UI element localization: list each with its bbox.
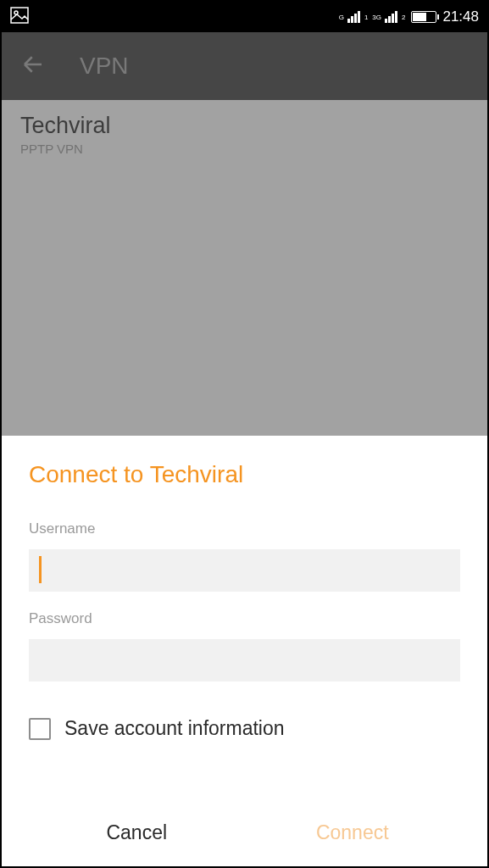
battery-icon: [411, 11, 436, 23]
back-button[interactable]: [20, 52, 46, 81]
net2-type: 3G: [372, 14, 381, 21]
svg-rect-0: [11, 8, 28, 23]
app-bar: VPN: [2, 32, 487, 100]
dialog-title: Connect to Techviral: [29, 461, 460, 488]
password-input[interactable]: [29, 639, 460, 682]
net1-sim: 1: [364, 14, 368, 21]
vpn-entry[interactable]: Techviral PPTP VPN: [20, 113, 469, 156]
signal-1-icon: [347, 11, 360, 23]
username-label: Username: [29, 520, 460, 537]
signal-2-icon: [385, 11, 397, 23]
cancel-button[interactable]: Cancel: [29, 806, 245, 860]
page-title: VPN: [80, 53, 129, 80]
net1-type: G: [339, 14, 344, 21]
vpn-entry-subtitle: PPTP VPN: [20, 142, 469, 156]
clock: 21:48: [442, 8, 479, 25]
password-label: Password: [29, 610, 460, 627]
net2-sim: 2: [402, 14, 405, 21]
save-account-checkbox[interactable]: Save account information: [29, 717, 460, 740]
username-input[interactable]: [29, 549, 460, 592]
dialog-actions: Cancel Connect: [29, 798, 460, 866]
text-cursor: [39, 556, 42, 583]
vpn-entry-name: Techviral: [20, 113, 469, 139]
status-bar: G 1 3G 2 21:48: [2, 2, 487, 32]
save-account-label: Save account information: [64, 717, 285, 740]
picture-icon: [10, 7, 29, 28]
connect-dialog: Connect to Techviral Username Password S…: [2, 436, 487, 866]
vpn-list: Techviral PPTP VPN: [2, 100, 487, 169]
connect-button[interactable]: Connect: [245, 806, 461, 860]
checkbox-icon: [29, 718, 51, 740]
